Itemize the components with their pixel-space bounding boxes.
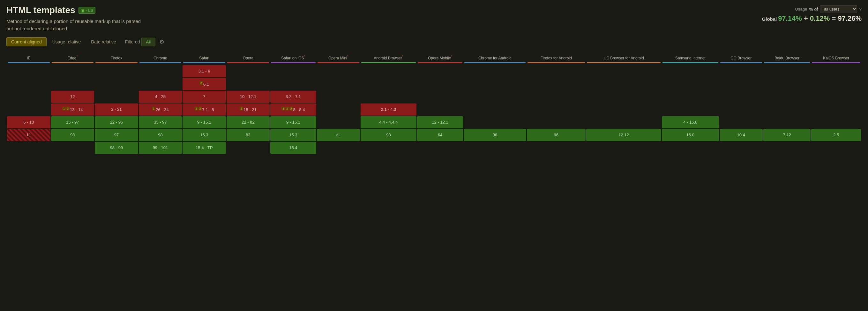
table-cell xyxy=(7,65,51,77)
th-android-browser: Android Browser* xyxy=(361,53,416,64)
table-cell: 36.1 xyxy=(183,78,226,90)
table-cell: 115 - 21 xyxy=(226,104,270,116)
table-row: 98 - 9999 - 10115.4 - TP15.4 xyxy=(7,142,861,154)
table-cell xyxy=(361,142,416,154)
ff-underline xyxy=(95,62,137,63)
table-cell xyxy=(226,142,270,154)
table-cell xyxy=(317,142,360,154)
table-cell xyxy=(720,116,763,129)
table-cell xyxy=(317,91,360,103)
table-cell: 83 xyxy=(226,129,270,141)
table-cell: 98 xyxy=(139,129,182,141)
table-cell xyxy=(361,78,416,90)
tab-date-relative[interactable]: Date relative xyxy=(87,38,121,46)
th-opera-mini: Opera Mini* xyxy=(317,53,360,64)
table-cell xyxy=(464,91,526,103)
kaios-underline xyxy=(812,62,860,63)
table-cell: 98 xyxy=(464,129,526,141)
table-cell xyxy=(586,65,661,77)
edge-underline xyxy=(52,62,94,63)
table-cell: 35 - 97 xyxy=(139,116,182,129)
table-cell xyxy=(811,78,861,90)
table-cell: 7 xyxy=(183,91,226,103)
table-cell: 4 - 25 xyxy=(139,91,182,103)
table-body: 3.1 - 636.1124 - 25710 - 12.13.2 - 7.112… xyxy=(7,65,861,154)
usage-area: Usage % of all users tracked users ? Glo… xyxy=(760,5,862,23)
th-opera: Opera xyxy=(226,53,270,64)
table-cell xyxy=(51,142,94,154)
table-cell: 12 - 12.1 xyxy=(417,116,463,129)
opera-underline xyxy=(227,62,269,63)
table-cell xyxy=(586,104,661,116)
users-dropdown[interactable]: all users tracked users xyxy=(820,5,857,13)
table-cell xyxy=(317,116,360,129)
table-cell: 3.2 - 7.1 xyxy=(270,91,316,103)
table-cell xyxy=(95,91,138,103)
table-cell: 10 - 12.1 xyxy=(226,91,270,103)
uc-underline xyxy=(587,62,660,63)
table-row: 6 - 1015 - 9722 - 9635 - 979 - 15.122 - … xyxy=(7,116,861,129)
equals-sign: = xyxy=(832,15,836,22)
table-cell xyxy=(417,78,463,90)
table-row: 36.1 xyxy=(7,78,861,90)
header-row: HTML templates ▣ - LS Method of declarin… xyxy=(6,5,862,32)
table-cell xyxy=(811,116,861,129)
table-cell: 7.12 xyxy=(763,129,811,141)
table-cell: 2.5 xyxy=(811,129,861,141)
table-cell xyxy=(95,78,138,90)
table-cell: 97 xyxy=(95,129,138,141)
th-opera-mobile: Opera Mobile* xyxy=(417,53,463,64)
table-cell xyxy=(662,142,719,154)
table-cell xyxy=(317,65,360,77)
table-cell xyxy=(51,78,94,90)
th-ie: IE xyxy=(7,53,51,64)
page-title: HTML templates xyxy=(6,5,75,15)
table-cell xyxy=(51,65,94,77)
table-cell: 22 - 96 xyxy=(95,116,138,129)
table-cell: 12 xyxy=(51,91,94,103)
table-cell xyxy=(464,116,526,129)
th-ff-android: Firefox for Android xyxy=(527,53,586,64)
table-cell xyxy=(586,142,661,154)
tab-usage-relative[interactable]: Usage relative xyxy=(48,38,86,46)
th-firefox: Firefox xyxy=(95,53,138,64)
table-cell xyxy=(7,78,51,90)
table-cell xyxy=(720,142,763,154)
opera-mob-underline xyxy=(418,62,463,63)
ie-underline xyxy=(8,62,50,63)
table-cell: all xyxy=(317,129,360,141)
table-cell xyxy=(662,65,719,77)
table-cell xyxy=(586,78,661,90)
table-cell: 96 xyxy=(527,129,586,141)
table-cell xyxy=(662,78,719,90)
samsung-underline xyxy=(662,62,718,63)
safari-ios-underline xyxy=(271,62,315,63)
num-green: 97.14% xyxy=(778,15,802,22)
table-cell: 1213 - 14 xyxy=(51,104,94,116)
tabs-bar: Current aligned Usage relative Date rela… xyxy=(6,37,862,46)
table-cell xyxy=(527,78,586,90)
table-cell: 99 - 101 xyxy=(139,142,182,154)
table-cell xyxy=(763,78,811,90)
table-row: 1213 - 142 - 21126 - 34127.1 - 8115 - 21… xyxy=(7,104,861,116)
th-samsung: Samsung Internet xyxy=(662,53,719,64)
th-chrome: Chrome xyxy=(139,53,182,64)
table-cell: 6 - 10 xyxy=(7,116,51,129)
table-cell xyxy=(270,78,316,90)
table-cell xyxy=(417,91,463,103)
tab-all[interactable]: All xyxy=(142,38,156,46)
table-cell xyxy=(527,65,586,77)
table-cell: 127.1 - 8 xyxy=(183,104,226,116)
tab-current-aligned[interactable]: Current aligned xyxy=(6,37,46,46)
table-cell xyxy=(361,65,416,77)
table-row: 3.1 - 6 xyxy=(7,65,861,77)
table-cell xyxy=(417,142,463,154)
th-uc-browser: UC Browser for Android xyxy=(586,53,661,64)
table-cell xyxy=(720,65,763,77)
table-cell xyxy=(720,78,763,90)
th-baidu: Baidu Browser xyxy=(763,53,811,64)
question-icon[interactable]: ? xyxy=(859,7,862,12)
table-cell xyxy=(464,65,526,77)
table-cell: 98 xyxy=(361,129,416,141)
settings-gear-icon[interactable]: ⚙ xyxy=(157,37,167,46)
